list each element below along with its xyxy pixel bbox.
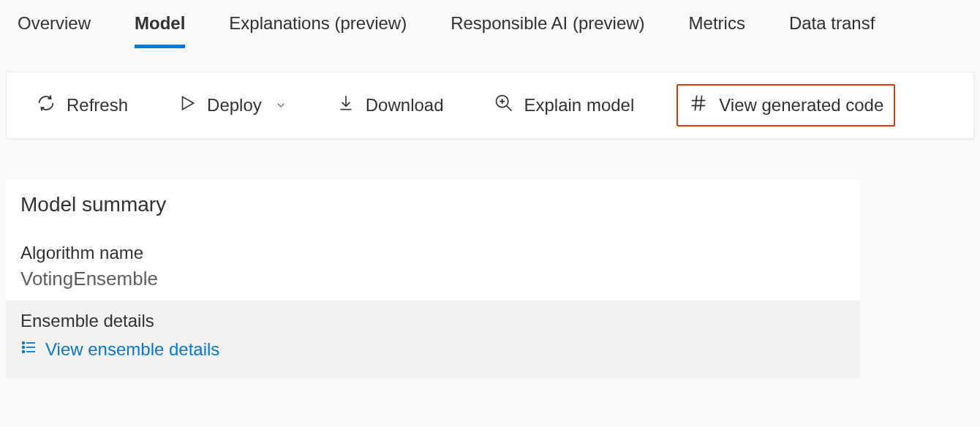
deploy-label: Deploy [207, 95, 262, 116]
svg-marker-0 [183, 97, 194, 109]
tab-responsible-ai[interactable]: Responsible AI (preview) [451, 13, 644, 48]
view-ensemble-details-link[interactable]: View ensemble details [20, 339, 845, 360]
view-generated-code-label: View generated code [719, 95, 883, 116]
tab-metrics[interactable]: Metrics [689, 13, 745, 48]
download-label: Download [366, 95, 444, 116]
model-summary-card: Model summary Algorithm name VotingEnsem… [6, 180, 860, 378]
svg-line-9 [696, 96, 697, 111]
chevron-down-icon [275, 95, 287, 116]
play-icon [178, 94, 197, 117]
download-button[interactable]: Download [329, 89, 451, 121]
algorithm-name-label: Algorithm name [20, 243, 845, 263]
svg-point-13 [23, 347, 25, 349]
svg-point-15 [23, 351, 25, 353]
explain-model-label: Explain model [524, 95, 635, 116]
ensemble-details-label: Ensemble details [20, 311, 845, 331]
deploy-button[interactable]: Deploy [170, 89, 294, 121]
algorithm-section: Algorithm name VotingEnsemble [6, 233, 860, 301]
svg-line-4 [507, 106, 511, 110]
tab-data-transf[interactable]: Data transf [789, 13, 875, 48]
view-ensemble-details-text: View ensemble details [45, 339, 219, 360]
explain-model-button[interactable]: Explain model [486, 88, 642, 122]
tab-explanations[interactable]: Explanations (preview) [229, 13, 407, 48]
command-bar: Refresh Deploy Download [6, 72, 974, 139]
download-icon [336, 94, 355, 117]
tab-model[interactable]: Model [135, 13, 185, 48]
ensemble-section: Ensemble details View ensemble details [6, 301, 860, 378]
svg-line-10 [701, 96, 702, 111]
refresh-button[interactable]: Refresh [29, 88, 135, 122]
hash-icon [688, 93, 709, 118]
nav-tabs: Overview Model Explanations (preview) Re… [0, 0, 980, 48]
refresh-icon [36, 93, 56, 118]
model-summary-title: Model summary [6, 180, 860, 233]
svg-point-11 [23, 342, 25, 344]
magnify-plus-icon [494, 93, 514, 118]
view-generated-code-button[interactable]: View generated code [676, 84, 895, 126]
refresh-label: Refresh [67, 95, 128, 116]
tab-overview[interactable]: Overview [18, 13, 91, 48]
algorithm-name-value: VotingEnsemble [20, 268, 845, 290]
list-icon [20, 339, 38, 360]
